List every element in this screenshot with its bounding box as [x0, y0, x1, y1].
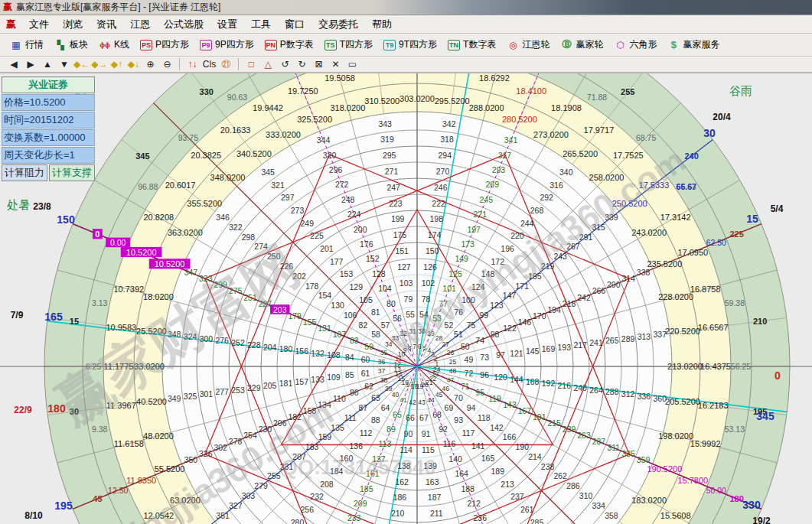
svg-text:302: 302 [214, 443, 227, 452]
svg-text:228.0200: 228.0200 [658, 292, 693, 301]
menu-item-8[interactable]: 交易委托 [311, 16, 365, 33]
svg-text:156: 156 [295, 347, 309, 356]
menu-item-4[interactable]: 公式选股 [157, 16, 210, 33]
svg-text:53.13: 53.13 [725, 425, 745, 434]
toolbar-p-number-table-button[interactable]: PNP数字表 [259, 36, 319, 54]
param-row-1: 时间=20151202 [2, 112, 95, 129]
svg-text:11.3967: 11.3967 [106, 401, 136, 410]
svg-text:313: 313 [638, 332, 651, 341]
svg-text:319: 319 [380, 135, 394, 144]
nav-right-button[interactable]: ▶ [23, 57, 38, 71]
svg-text:169: 169 [542, 344, 556, 353]
svg-text:40: 40 [392, 391, 399, 399]
svg-text:249: 249 [301, 219, 315, 228]
svg-text:42: 42 [409, 399, 416, 406]
svg-text:246: 246 [434, 183, 448, 192]
toolbar-9t-square-button[interactable]: T99T四方形 [378, 36, 442, 54]
svg-text:153: 153 [340, 269, 354, 278]
9p-square-label: 9P四方形 [215, 38, 254, 51]
toolbar-hexagon-button[interactable]: ⬡六角形 [608, 36, 662, 54]
title-bar: 赢 赢家江恩专业版[赢家服务平台] - [兴业证券 江恩轮] [0, 0, 812, 15]
toolbar-winner-wheel-button[interactable]: Ⓑ赢家轮 [555, 36, 608, 54]
toolbar-kline-button[interactable]: ϕϕK线 [93, 36, 135, 54]
menu-item-6[interactable]: 工具 [244, 16, 278, 33]
svg-text:51: 51 [454, 330, 463, 339]
svg-text:33: 33 [392, 334, 399, 342]
svg-text:145: 145 [526, 347, 540, 356]
svg-text:184: 184 [330, 467, 344, 476]
zoom-out-button[interactable]: ⊖ [159, 57, 174, 71]
calc-resistance-button[interactable]: 计算阻力 [2, 164, 47, 181]
svg-text:325.5200: 325.5200 [297, 115, 332, 124]
draw-triangle-button[interactable]: △ [260, 57, 276, 71]
step-up-button[interactable]: ◆↑ [109, 57, 124, 71]
toolbar-9p-square-button[interactable]: P99P四方形 [194, 36, 259, 54]
svg-text:359: 359 [637, 455, 651, 464]
svg-text:274: 274 [254, 242, 268, 251]
calc-support-button[interactable]: 计算支撑 [49, 164, 95, 181]
menu-item-2[interactable]: 资讯 [90, 16, 123, 33]
svg-text:178: 178 [305, 282, 319, 291]
svg-text:279: 279 [254, 481, 268, 490]
svg-text:325: 325 [184, 392, 197, 401]
svg-text:102: 102 [422, 278, 435, 288]
maximize-button[interactable]: ⊠ [311, 57, 326, 71]
svg-text:28: 28 [435, 334, 443, 342]
menu-logo-icon: 赢 [6, 18, 16, 31]
restore-button[interactable]: ✕ [328, 57, 343, 71]
nav-down-button[interactable]: ▼ [57, 57, 72, 71]
svg-text:252: 252 [231, 338, 245, 347]
svg-text:82: 82 [359, 321, 368, 330]
toolbar-t-square-button[interactable]: TST四方形 [319, 36, 378, 54]
menu-item-5[interactable]: 设置 [210, 16, 244, 33]
toolbar-quotes-button[interactable]: ▦行情 [5, 36, 49, 54]
menu-item-3[interactable]: 江恩 [123, 16, 157, 33]
menu-item-0[interactable]: 文件 [22, 16, 56, 33]
toolbar-sectors-button[interactable]: ▚板块 [49, 36, 93, 54]
parameter-panel: 兴业证券 价格=10.5200时间=20151202变换系数=1.00000周天… [2, 76, 95, 181]
cls-button[interactable]: Cls [201, 57, 217, 71]
svg-text:23/8: 23/8 [33, 201, 51, 212]
svg-text:20.6017: 20.6017 [165, 181, 196, 190]
calendar-button[interactable]: ㉑ [218, 57, 233, 71]
menu-item-1[interactable]: 浏览 [56, 16, 90, 33]
svg-text:165: 165 [481, 454, 495, 463]
svg-text:48.0200: 48.0200 [143, 431, 174, 441]
svg-text:10.9583: 10.9583 [106, 323, 136, 332]
rotate-ccw-button[interactable]: ↺ [277, 57, 292, 71]
svg-text:285: 285 [530, 518, 544, 524]
menu-item-9[interactable]: 帮助 [365, 16, 399, 33]
draw-square-button[interactable]: □ [243, 57, 259, 71]
svg-text:223: 223 [389, 199, 403, 208]
svg-text:62: 62 [364, 382, 373, 391]
svg-text:335: 335 [621, 449, 635, 458]
svg-text:171: 171 [516, 282, 530, 291]
sectors-label: 板块 [70, 38, 88, 51]
flip-updown-button[interactable]: ↑↓ [184, 57, 200, 71]
nav-up-button[interactable]: ▲ [40, 57, 55, 71]
svg-text:314: 314 [621, 274, 635, 283]
svg-text:127: 127 [397, 262, 411, 272]
screen-button[interactable]: ▭ [344, 57, 360, 71]
rotate-cw-button[interactable]: ↻ [294, 57, 309, 71]
9t-square-icon: T9 [383, 40, 396, 50]
gann-wheel[interactable]: 1234567891011121314151617181920212223242… [0, 73, 812, 524]
toolbar-t-number-table-button[interactable]: TNT数字表 [442, 36, 501, 54]
svg-text:7/9: 7/9 [11, 310, 24, 321]
svg-text:220: 220 [510, 231, 524, 240]
svg-text:62.50: 62.50 [706, 238, 726, 247]
step-down-button[interactable]: ◆↓ [126, 57, 141, 71]
svg-text:6: 6 [418, 343, 422, 350]
svg-text:172: 172 [491, 257, 505, 266]
toolbar-p-square-button[interactable]: PSP四方形 [135, 36, 194, 54]
menu-item-7[interactable]: 窗口 [278, 16, 311, 33]
nav-left-button[interactable]: ◀ [6, 57, 21, 71]
zoom-in-button[interactable]: ⊕ [142, 57, 158, 71]
toolbar-gann-wheel-button[interactable]: ◎江恩轮 [501, 36, 555, 54]
svg-text:289: 289 [621, 334, 635, 343]
step-right-button[interactable]: ◆→ [91, 57, 107, 71]
toolbar-winner-service-button[interactable]: $赢家服务 [662, 36, 725, 54]
svg-text:358: 358 [605, 511, 618, 520]
step-left-button[interactable]: ◆← [73, 57, 90, 71]
gann-wheel-canvas[interactable]: 1234567891011121314151617181920212223242… [0, 73, 812, 524]
